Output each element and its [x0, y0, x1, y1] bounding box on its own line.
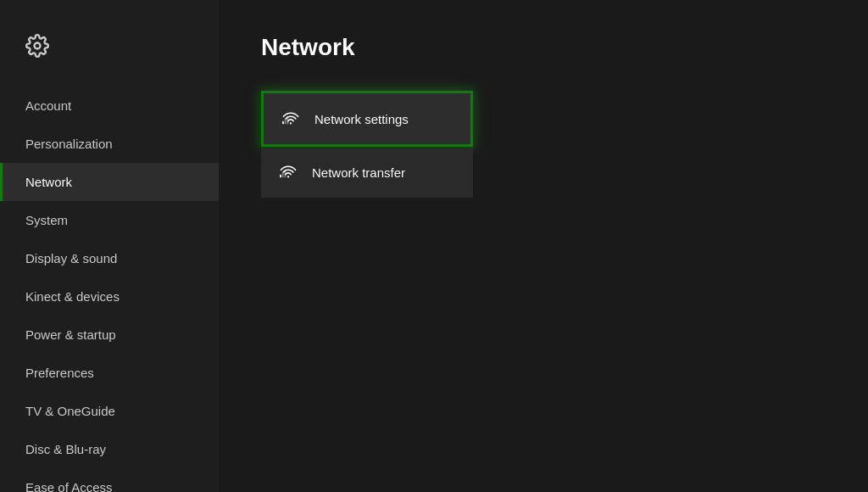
svg-point-0: [35, 43, 41, 49]
svg-rect-5: [282, 172, 284, 177]
network-transfer-item[interactable]: Network transfer: [261, 147, 473, 198]
sidebar-item-power-startup[interactable]: Power & startup: [0, 316, 219, 354]
sidebar-item-network[interactable]: Network: [0, 163, 219, 201]
sidebar: Account Personalization Network System D…: [0, 0, 219, 492]
sidebar-item-account[interactable]: Account: [0, 87, 219, 125]
svg-rect-4: [280, 175, 281, 178]
sidebar-item-kinect-devices[interactable]: Kinect & devices: [0, 277, 219, 316]
sidebar-item-ease-of-access[interactable]: Ease of Access: [0, 468, 219, 492]
network-transfer-label: Network transfer: [312, 165, 405, 180]
wifi-icon: [281, 109, 301, 129]
sidebar-item-tv-oneguide[interactable]: TV & OneGuide: [0, 392, 219, 430]
gear-icon: [25, 34, 49, 58]
network-transfer-icon: [278, 162, 298, 182]
settings-gear-icon[interactable]: [0, 25, 219, 87]
page-title: Network: [261, 34, 826, 61]
sidebar-item-system[interactable]: System: [0, 201, 219, 239]
svg-rect-2: [285, 119, 287, 124]
sidebar-item-preferences[interactable]: Preferences: [0, 354, 219, 392]
svg-rect-1: [282, 121, 284, 125]
sidebar-item-disc-bluray[interactable]: Disc & Blu-ray: [0, 430, 219, 468]
sidebar-item-display-sound[interactable]: Display & sound: [0, 239, 219, 277]
network-settings-label: Network settings: [314, 112, 409, 126]
svg-rect-6: [285, 170, 287, 177]
sidebar-nav: Account Personalization Network System D…: [0, 87, 219, 492]
network-settings-icon: [281, 111, 300, 126]
svg-rect-3: [287, 116, 289, 124]
network-menu-list: Network settings Network transfer: [261, 91, 473, 198]
network-settings-item[interactable]: Network settings: [261, 91, 473, 147]
sidebar-item-personalization[interactable]: Personalization: [0, 125, 219, 163]
main-content: Network Network settings: [219, 0, 868, 492]
network-transfer-wifi-icon: [279, 165, 298, 180]
